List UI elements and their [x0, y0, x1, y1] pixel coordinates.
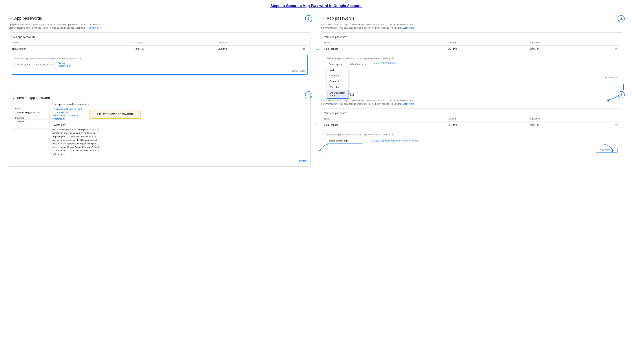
step2-card: Your app passwords Name Created Last use…: [321, 32, 623, 84]
svg-marker-1: [611, 150, 613, 153]
step2-dropdown-menu: Mail Calendar Contacts YouTube Other (Cu…: [327, 67, 349, 99]
chevron-down-icon: ▾: [341, 63, 342, 66]
step3-custom-input-row: ✕: [327, 138, 367, 144]
step3-card-title: Your app passwords: [324, 112, 620, 114]
chevron-down-icon: ▾: [51, 63, 53, 66]
step4-how-to-title: How to use it: [53, 124, 307, 126]
step3-table-header: Name Created Last used: [324, 117, 620, 122]
step4-how-to-text: Go to the settings for your Google Accou…: [53, 128, 100, 156]
step4-password-note: This password has to be used in our proj…: [53, 108, 82, 120]
step2-back-arrow[interactable]: ←: [321, 16, 325, 20]
step1-description: App passwords let you sign in to your Go…: [9, 23, 104, 30]
step1-learn-more[interactable]: Learn more: [90, 26, 102, 29]
step2-table-row: email-sender 2:07 PM 2:08 PM 🗑: [324, 46, 620, 52]
password-label: Password: [15, 117, 47, 119]
step3-generate-label: Select the app and device you want to ge…: [327, 133, 618, 136]
step3-description: App passwords let you sign in to your Go…: [321, 99, 416, 106]
step3-header: ← App passwords: [321, 92, 623, 97]
step2-select-app-container: Select app ▾ Mail Calendar Contacts YouT…: [327, 62, 344, 67]
curved-arrow-3-4: [318, 142, 332, 152]
curved-arrow-2-3: [604, 80, 626, 102]
step1-click-label: Click on "Select App": [58, 62, 71, 67]
step4-done-button[interactable]: DONE: [299, 160, 307, 163]
svg-marker-0: [607, 99, 610, 102]
step3-learn-more[interactable]: Learn more: [403, 103, 414, 105]
step1-badge: 1: [305, 15, 312, 22]
step2-generate-label: Select the app and device you want to ge…: [327, 57, 618, 60]
chevron-down-icon: ▾: [365, 63, 366, 66]
step3-clear-button[interactable]: ✕: [365, 139, 367, 142]
step4-device-label: Your app password for your device: [53, 103, 307, 106]
arrow-right-1: →: [315, 46, 320, 52]
dropdown-mail[interactable]: Mail: [327, 67, 348, 73]
step1-back-arrow[interactable]: ←: [9, 16, 13, 20]
step4-title: Generated app password: [13, 96, 307, 100]
panel-step1: 1 ← App passwords App passwords let you …: [4, 12, 316, 88]
step2-generate-button[interactable]: GENERATE: [604, 76, 618, 79]
dropdown-youtube[interactable]: YouTube: [327, 84, 348, 90]
email-label: Email: [15, 108, 47, 110]
step1-generate-button[interactable]: GENERATE: [291, 70, 305, 72]
step2-select-app[interactable]: Select app ▾: [327, 62, 344, 67]
step2-badge: 2: [618, 15, 625, 22]
panel-step4: 4 Generated app password Email Password …: [4, 88, 316, 170]
arrow-left-4: ←: [315, 121, 320, 127]
step1-card-title: Your app passwords: [12, 36, 308, 38]
email-input[interactable]: [15, 110, 47, 115]
svg-marker-2: [318, 150, 321, 152]
step1-card: Your app passwords Name Created Last use…: [9, 32, 311, 78]
step2-title: App passwords: [327, 16, 354, 21]
step3-back-arrow[interactable]: ←: [321, 92, 325, 96]
dropdown-calendar[interactable]: Calendar: [327, 73, 348, 78]
step2-header: ← App passwords: [321, 16, 623, 21]
step3-card: Your app passwords Name Created Last use…: [321, 108, 623, 158]
step2-card-title: Your app passwords: [324, 36, 620, 38]
step4-card: Generated app password Email Password Yo…: [9, 92, 311, 167]
step2-learn-more[interactable]: Learn more: [403, 26, 414, 29]
step1-table-header: Name Created Last used: [12, 41, 308, 46]
dropdown-contacts[interactable]: Contacts: [327, 78, 348, 84]
step2-description: App passwords let you sign in to your Go…: [321, 23, 416, 30]
step1-table-row: email-sender 2:07 PM 2:08 PM 🗑: [12, 46, 308, 52]
step3-delete-icon[interactable]: 🗑: [613, 124, 620, 126]
step2-delete-icon[interactable]: 🗑: [613, 48, 620, 50]
step1-generate-btn-container: GENERATE: [15, 70, 305, 72]
step1-generate-section: Select the app and device you want to ge…: [12, 55, 308, 75]
password-input[interactable]: [15, 120, 47, 124]
step1-header: ← App passwords: [9, 16, 311, 21]
step2-table-header: Name Created Last used: [324, 41, 620, 46]
step3-give-name-label: Give your app name and then click on "Ge…: [371, 140, 419, 142]
step4-mini-form: Email Password: [13, 105, 50, 128]
step2-select-other-label: Select "Other" option: [373, 62, 395, 64]
step4-password-display: <16 character password>: [90, 110, 141, 118]
step1-title: App passwords: [14, 16, 42, 21]
arrow-right-note: →: [84, 112, 88, 116]
step1-generate-label: Select the app and device you want to ge…: [15, 57, 305, 60]
step1-delete-icon[interactable]: 🗑: [300, 48, 308, 50]
step4-badge: 4: [305, 91, 312, 98]
page-title: Steps to Generate App Password in Google…: [4, 4, 628, 8]
step1-select-device[interactable]: Select device ▾: [34, 62, 55, 67]
step1-select-app[interactable]: Select app ▾: [15, 62, 32, 67]
panel-step2: 2 ← App passwords App passwords let you …: [316, 12, 628, 88]
panel-step3: 3 ← App passwords App passwords let you …: [316, 88, 628, 170]
curved-arrow-3: [599, 142, 614, 154]
chevron-down-icon: ▾: [29, 63, 30, 66]
step2-select-device[interactable]: Select device ▾: [347, 62, 368, 67]
dropdown-other[interactable]: Other (Custom name): [327, 90, 348, 98]
step3-table-row: email-sender 2:07 PM 2:08 PM 🗑: [324, 122, 620, 128]
